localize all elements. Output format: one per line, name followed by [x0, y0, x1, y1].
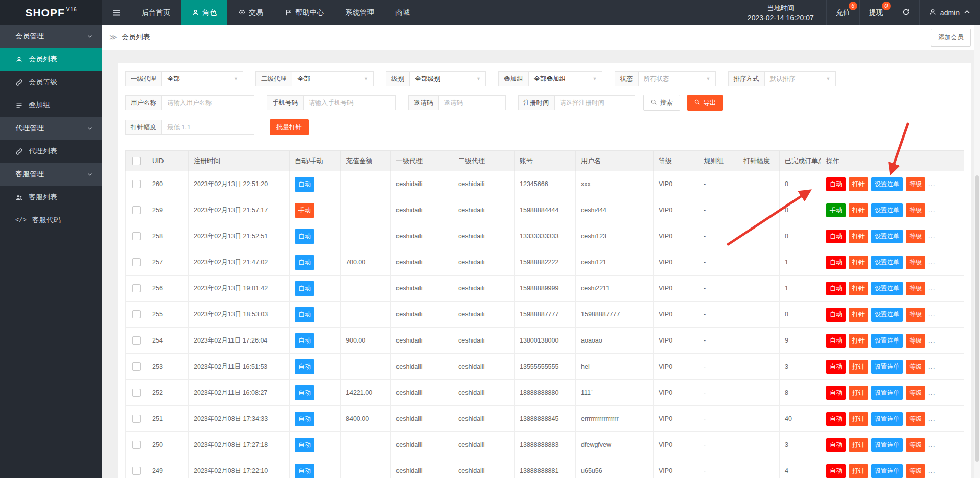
admin-menu[interactable]: admin — [920, 0, 980, 25]
inject-button[interactable]: 打针 — [849, 464, 868, 478]
level-button[interactable]: 等级 — [906, 308, 925, 322]
nav-help-center[interactable]: 帮助中心 — [274, 0, 335, 25]
search-button[interactable]: 搜索 — [643, 95, 680, 111]
row-checkbox[interactable] — [132, 206, 141, 214]
set-chain-order-button[interactable]: 设置连单 — [871, 282, 903, 295]
more-actions-button[interactable]: ... — [928, 233, 935, 240]
mode-toggle-button[interactable]: 手动 — [826, 203, 846, 217]
more-actions-button[interactable]: ... — [928, 180, 935, 188]
inject-button[interactable]: 打针 — [849, 230, 868, 243]
set-chain-order-button[interactable]: 设置连单 — [871, 203, 903, 217]
agent1-filter-select[interactable]: 全部▼ — [161, 71, 243, 86]
export-button[interactable]: 导出 — [687, 95, 723, 111]
more-actions-button[interactable]: ... — [928, 415, 935, 422]
add-member-button[interactable]: 添加会员 — [931, 29, 971, 47]
stack-filter-select[interactable]: 全部叠加组▼ — [528, 71, 602, 86]
sidebar-item-stack-group[interactable]: 叠加组 — [0, 94, 102, 117]
register-time-input[interactable] — [554, 95, 635, 110]
sidebar-item-service-list[interactable]: 客服列表 — [0, 186, 102, 209]
recharge-button[interactable]: 充值 6 — [827, 0, 860, 25]
mode-toggle-button[interactable]: 自动 — [826, 230, 846, 243]
window-scrollbar[interactable] — [974, 25, 980, 478]
row-checkbox[interactable] — [132, 258, 141, 266]
more-actions-button[interactable]: ... — [928, 259, 935, 266]
inject-button[interactable]: 打针 — [849, 308, 868, 322]
more-actions-button[interactable]: ... — [928, 389, 935, 396]
level-button[interactable]: 等级 — [906, 360, 925, 374]
sidebar-item-member-level[interactable]: 会员等级 — [0, 71, 102, 94]
mode-toggle-button[interactable]: 自动 — [826, 282, 846, 295]
menu-toggle-icon[interactable] — [102, 0, 131, 25]
sidebar-group-agent-management[interactable]: 代理管理 — [0, 117, 102, 140]
set-chain-order-button[interactable]: 设置连单 — [871, 386, 903, 400]
level-button[interactable]: 等级 — [906, 438, 925, 452]
mode-toggle-button[interactable]: 自动 — [826, 177, 846, 191]
select-all-checkbox[interactable] — [132, 157, 141, 165]
inject-button[interactable]: 打针 — [849, 334, 868, 348]
set-chain-order-button[interactable]: 设置连单 — [871, 438, 903, 452]
row-checkbox[interactable] — [132, 336, 141, 345]
batch-inject-button[interactable]: 批量打针 — [270, 119, 309, 135]
set-chain-order-button[interactable]: 设置连单 — [871, 464, 903, 478]
set-chain-order-button[interactable]: 设置连单 — [871, 360, 903, 374]
level-button[interactable]: 等级 — [906, 177, 925, 191]
level-button[interactable]: 等级 — [906, 386, 925, 400]
more-actions-button[interactable]: ... — [928, 441, 935, 448]
level-filter-select[interactable]: 全部级别▼ — [409, 71, 486, 86]
more-actions-button[interactable]: ... — [928, 337, 935, 344]
inject-button[interactable]: 打针 — [849, 360, 868, 374]
inject-range-input[interactable] — [161, 120, 254, 135]
inject-button[interactable]: 打针 — [849, 412, 868, 426]
sidebar-group-member-management[interactable]: 会员管理 — [0, 25, 102, 48]
mode-toggle-button[interactable]: 自动 — [826, 386, 846, 400]
refresh-button[interactable] — [893, 0, 920, 25]
set-chain-order-button[interactable]: 设置连单 — [871, 412, 903, 426]
phone-input[interactable] — [303, 95, 396, 110]
level-button[interactable]: 等级 — [906, 412, 925, 426]
more-actions-button[interactable]: ... — [928, 285, 935, 292]
mode-toggle-button[interactable]: 自动 — [826, 438, 846, 452]
scrollbar-thumb[interactable] — [975, 175, 979, 462]
level-button[interactable]: 等级 — [906, 282, 925, 295]
more-actions-button[interactable]: ... — [928, 311, 935, 318]
row-checkbox[interactable] — [132, 441, 141, 449]
mode-toggle-button[interactable]: 自动 — [826, 308, 846, 322]
agent2-filter-select[interactable]: 全部▼ — [292, 71, 374, 86]
mode-toggle-button[interactable]: 自动 — [826, 256, 846, 269]
level-button[interactable]: 等级 — [906, 464, 925, 478]
sidebar-item-agent-list[interactable]: 代理列表 — [0, 140, 102, 163]
more-actions-button[interactable]: ... — [928, 467, 935, 474]
mode-toggle-button[interactable]: 自动 — [826, 360, 846, 374]
set-chain-order-button[interactable]: 设置连单 — [871, 334, 903, 348]
invite-code-input[interactable] — [438, 95, 506, 110]
username-input[interactable] — [161, 95, 254, 110]
withdraw-button[interactable]: 提现 0 — [860, 0, 893, 25]
nav-role[interactable]: 角色 — [181, 0, 227, 25]
more-actions-button[interactable]: ... — [928, 207, 935, 214]
set-chain-order-button[interactable]: 设置连单 — [871, 230, 903, 243]
set-chain-order-button[interactable]: 设置连单 — [871, 308, 903, 322]
nav-mall[interactable]: 商城 — [385, 0, 421, 25]
more-actions-button[interactable]: ... — [928, 363, 935, 370]
inject-button[interactable]: 打针 — [849, 386, 868, 400]
row-checkbox[interactable] — [132, 180, 141, 188]
sort-filter-select[interactable]: 默认排序▼ — [764, 71, 836, 86]
level-button[interactable]: 等级 — [906, 203, 925, 217]
inject-button[interactable]: 打针 — [849, 438, 868, 452]
sidebar-item-member-list[interactable]: 会员列表 — [0, 48, 102, 71]
row-checkbox[interactable] — [132, 415, 141, 423]
level-button[interactable]: 等级 — [906, 230, 925, 243]
row-checkbox[interactable] — [132, 389, 141, 397]
row-checkbox[interactable] — [132, 310, 141, 318]
mode-toggle-button[interactable]: 自动 — [826, 412, 846, 426]
row-checkbox[interactable] — [132, 284, 141, 292]
inject-button[interactable]: 打针 — [849, 256, 868, 269]
mode-toggle-button[interactable]: 自动 — [826, 334, 846, 348]
row-checkbox[interactable] — [132, 362, 141, 371]
sidebar-group-service-management[interactable]: 客服管理 — [0, 163, 102, 186]
set-chain-order-button[interactable]: 设置连单 — [871, 256, 903, 269]
nav-trade[interactable]: 交易 — [227, 0, 274, 25]
nav-system[interactable]: 系统管理 — [335, 0, 385, 25]
status-filter-select[interactable]: 所有状态▼ — [638, 71, 716, 86]
row-checkbox[interactable] — [132, 467, 141, 475]
